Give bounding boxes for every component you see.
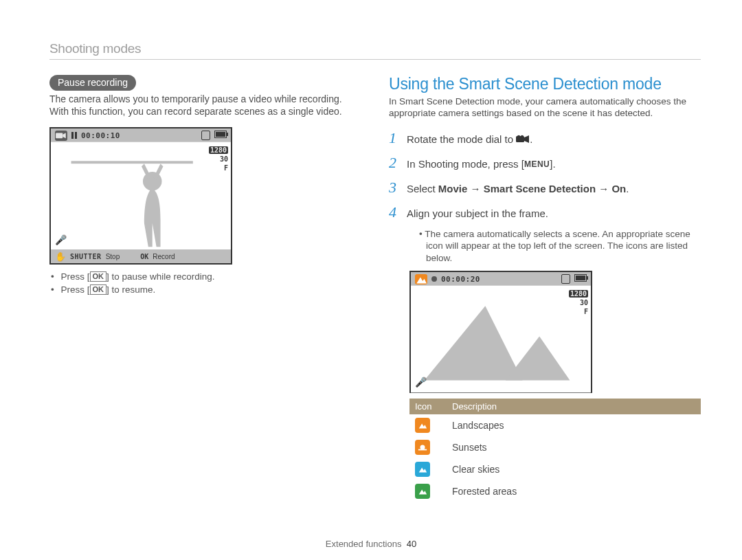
fps-badge: 30 <box>220 155 228 163</box>
scene-icon <box>415 440 430 455</box>
tip-pause: Press [OK] to pause while recording. <box>49 271 361 282</box>
footer-section: Extended functions <box>326 539 402 549</box>
rate-badge: F <box>584 308 588 315</box>
ok-key-icon: OK <box>90 271 107 282</box>
table-row: Sunsets <box>409 436 701 458</box>
svg-point-5 <box>517 135 520 138</box>
fps-badge: 30 <box>580 299 588 306</box>
menu-key-icon: MENU <box>524 159 550 169</box>
page-header: Shooting modes <box>49 41 701 60</box>
step-1: 1 Rotate the mode dial to . <box>389 129 701 147</box>
stop-label: Stop <box>106 253 120 260</box>
pause-recording-paragraph: The camera allows you to temporarily pau… <box>49 93 361 117</box>
table-row: Forested areas <box>409 480 701 502</box>
table-row: Clear skies <box>409 458 701 480</box>
screen-illustration-boy <box>51 128 231 264</box>
svg-rect-1 <box>51 142 231 251</box>
svg-point-8 <box>420 445 425 450</box>
screen-illustration-mountains <box>411 272 591 392</box>
scene-label: Forested areas <box>447 480 701 502</box>
mode-dial-movie-icon <box>516 135 530 144</box>
mic-icon: 🎤 <box>415 377 427 388</box>
pause-tips-list: Press [OK] to pause while recording. Pre… <box>49 271 361 295</box>
shutter-label: SHUTTER <box>70 253 102 260</box>
footer-page-number: 40 <box>407 539 416 549</box>
step-4-note: The camera automatically selects a scene… <box>409 228 701 265</box>
resolution-badge: 1280 <box>209 146 228 154</box>
mic-icon: 🎤 <box>55 234 67 245</box>
smart-scene-intro: In Smart Scene Detection mode, your came… <box>389 96 701 120</box>
right-column: Using the Smart Scene Detection mode In … <box>389 75 701 502</box>
step-2: 2 In Shooting mode, press [MENU]. <box>389 154 701 172</box>
scene-icon <box>415 418 430 433</box>
step-number: 4 <box>389 203 407 221</box>
step-3: 3 Select Movie → Smart Scene Detection →… <box>389 179 701 197</box>
left-column: Pause recording The camera allows you to… <box>49 75 361 502</box>
table-row: Landscapes <box>409 414 701 436</box>
resolution-badge: 1280 <box>569 290 588 298</box>
scene-icon <box>415 484 430 499</box>
pause-recording-pill: Pause recording <box>49 75 136 91</box>
smart-scene-title: Using the Smart Scene Detection mode <box>389 75 701 93</box>
step-number: 2 <box>389 154 407 172</box>
ok-label: OK <box>140 253 148 260</box>
step-4: 4 Align your subject in the frame. <box>389 203 701 221</box>
scene-label: Sunsets <box>447 436 701 458</box>
page-footer: Extended functions 40 <box>0 539 742 549</box>
step-number: 3 <box>389 179 407 197</box>
camera-screen-scene: 00:00:20 1280 30 F 🎤 <box>409 271 592 393</box>
scene-label: Landscapes <box>447 414 701 436</box>
ok-key-icon: OK <box>90 284 107 295</box>
step-number: 1 <box>389 129 407 147</box>
tip-resume: Press [OK] to resume. <box>49 284 361 295</box>
svg-point-6 <box>521 135 524 138</box>
record-label: Record <box>153 253 175 260</box>
scene-icon-table: Icon Description LandscapesSunsetsClear … <box>409 399 701 502</box>
scene-label: Clear skies <box>447 458 701 480</box>
hand-icon: ✋ <box>55 251 66 262</box>
th-description: Description <box>447 399 701 414</box>
svg-rect-2 <box>71 161 193 164</box>
th-icon: Icon <box>409 399 447 414</box>
camera-screen-pause: 00:00:10 <box>49 127 232 265</box>
scene-icon <box>415 462 430 477</box>
rate-badge: F <box>224 164 228 172</box>
svg-rect-9 <box>418 449 427 451</box>
